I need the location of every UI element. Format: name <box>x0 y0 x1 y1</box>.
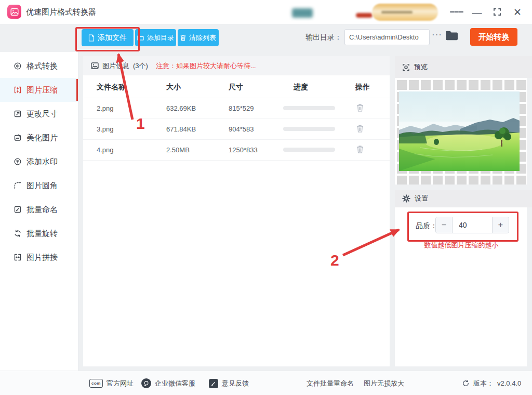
sidebar-item-rounded-corner[interactable]: 图片圆角 <box>0 174 78 198</box>
preview-image <box>399 91 520 171</box>
feedback-link[interactable]: 意见反馈 <box>209 371 249 395</box>
file-list-panel: 图片信息 (3个) 注意：如果图片较大请耐心等待... 文件名称 大小 尺寸 进… <box>83 56 390 366</box>
format-convert-icon <box>14 62 22 70</box>
table-row: 3.png 671.84KB 904*583 <box>83 118 390 140</box>
version-value: v2.0.4.0 <box>497 379 521 387</box>
redacted-icon[interactable] <box>356 13 373 18</box>
clear-list-label: 清除列表 <box>189 33 216 43</box>
delete-row-button[interactable] <box>356 145 364 156</box>
sidebar: 格式转换 图片压缩 更改尺寸 美化图片 添加水印 图片圆角 批量命名 批量旋转 <box>0 52 78 371</box>
table-row: 4.png 2.50MB 1250*833 <box>83 139 390 161</box>
file-dims: 904*583 <box>229 125 254 133</box>
close-icon[interactable]: ✕ <box>511 6 524 18</box>
preview-title: 预览 <box>414 62 428 72</box>
sidebar-item-format-convert[interactable]: 格式转换 <box>0 54 78 78</box>
menu-icon[interactable] <box>450 6 463 18</box>
folder-icon <box>137 35 144 41</box>
official-site-link[interactable]: com 官方网址 <box>89 371 134 395</box>
file-dims: 1250*833 <box>229 146 258 154</box>
quality-label: 品质： <box>416 221 437 231</box>
file-name: 2.png <box>97 104 114 112</box>
col-size: 大小 <box>166 83 181 92</box>
refresh-icon <box>462 379 470 387</box>
image-info-icon <box>91 62 99 69</box>
quality-increase-button[interactable]: + <box>492 217 509 233</box>
wechat-chat-icon <box>141 378 151 388</box>
progress-bar <box>283 127 335 131</box>
progress-bar <box>283 106 335 110</box>
wechat-service-link[interactable]: 企业微信客服 <box>141 371 195 395</box>
trash-icon <box>180 34 186 41</box>
file-name: 4.png <box>97 146 114 154</box>
add-folder-label: 添加目录 <box>147 33 174 43</box>
add-folder-button[interactable]: 添加目录 <box>135 29 176 46</box>
browse-more-button[interactable]: ··· <box>432 30 442 40</box>
footer-bar: com 官方网址 企业微信客服 意见反馈 文件批量重命名 图片无损放大 版本： … <box>0 371 532 395</box>
lossless-upscale-link[interactable]: 图片无损放大 <box>364 371 404 395</box>
output-dir-input[interactable] <box>344 29 430 45</box>
file-info-bar: 图片信息 (3个) 注意：如果图片较大请耐心等待... <box>83 56 390 75</box>
col-action: 操作 <box>355 83 370 92</box>
gear-icon <box>402 194 410 203</box>
version-info: 版本： v2.0.4.0 <box>462 371 521 395</box>
rounded-corner-icon <box>14 181 22 190</box>
beautify-icon <box>14 134 22 142</box>
col-dims: 尺寸 <box>229 83 243 92</box>
file-name: 3.png <box>97 125 114 133</box>
title-bar: 优速图片格式转换器 — ✕ <box>0 0 532 24</box>
add-file-button[interactable]: 添加文件 <box>82 29 134 46</box>
resize-icon <box>14 110 22 118</box>
settings-header: 设置 <box>395 190 532 207</box>
sidebar-item-image-compress[interactable]: 图片压缩 <box>0 78 78 102</box>
sidebar-item-batch-rename[interactable]: 批量命名 <box>0 198 78 221</box>
redacted-icon[interactable] <box>292 8 313 18</box>
app-window: 优速图片格式转换器 — ✕ 添加文件 添加目录 清除列表 输出目录： ··· 开… <box>0 0 532 395</box>
file-size: 2.50MB <box>166 146 190 154</box>
quality-stepper: − + <box>435 217 509 233</box>
rename-icon <box>14 205 22 214</box>
watermark-icon <box>14 157 22 166</box>
app-logo-icon <box>7 5 21 19</box>
sidebar-item-batch-rotate[interactable]: 批量旋转 <box>0 221 78 245</box>
open-folder-icon[interactable] <box>445 30 459 44</box>
add-file-label: 添加文件 <box>98 33 127 43</box>
progress-bar <box>283 148 335 152</box>
delete-row-button[interactable] <box>356 124 364 135</box>
notice-text: 注意：如果图片较大请耐心等待... <box>156 61 256 71</box>
output-dir-label: 输出目录： <box>305 33 342 42</box>
file-dims: 815*529 <box>229 104 254 112</box>
stitch-icon <box>14 253 22 261</box>
col-filename: 文件名称 <box>97 83 126 92</box>
col-progress: 进度 <box>294 83 308 92</box>
redacted-vip-pill[interactable] <box>372 4 438 21</box>
quality-input[interactable] <box>453 217 492 233</box>
quality-decrease-button[interactable]: − <box>436 217 453 233</box>
maximize-icon[interactable] <box>490 6 504 18</box>
preview-header: 预览 <box>395 56 532 78</box>
file-size: 632.69KB <box>166 104 196 112</box>
file-icon <box>88 34 95 42</box>
batch-rename-link[interactable]: 文件批量重命名 <box>307 371 354 395</box>
sidebar-item-resize[interactable]: 更改尺寸 <box>0 102 78 126</box>
sidebar-item-image-stitch[interactable]: 图片拼接 <box>0 245 78 269</box>
app-title: 优速图片格式转换器 <box>26 7 96 17</box>
sidebar-item-beautify[interactable]: 美化图片 <box>0 126 78 150</box>
preview-area <box>395 78 527 185</box>
version-label: 版本： <box>473 379 494 388</box>
sidebar-item-watermark[interactable]: 添加水印 <box>0 150 78 174</box>
minimize-icon[interactable]: — <box>470 6 484 18</box>
file-count: (3个) <box>133 61 148 71</box>
panel-title: 图片信息 <box>102 61 129 71</box>
clear-list-button[interactable]: 清除列表 <box>178 29 219 46</box>
preview-icon <box>402 63 410 71</box>
start-convert-button[interactable]: 开始转换 <box>470 28 517 46</box>
compress-icon <box>14 86 22 94</box>
table-row: 2.png 632.69KB 815*529 <box>83 98 390 119</box>
delete-row-button[interactable] <box>356 103 364 114</box>
com-icon: com <box>89 379 103 388</box>
feedback-icon <box>209 379 218 388</box>
table-header: 文件名称 大小 尺寸 进度 操作 <box>83 75 390 98</box>
quality-hint: 数值越低图片压缩的越小 <box>407 241 515 250</box>
rotate-icon <box>14 229 22 238</box>
file-size: 671.84KB <box>166 125 196 133</box>
